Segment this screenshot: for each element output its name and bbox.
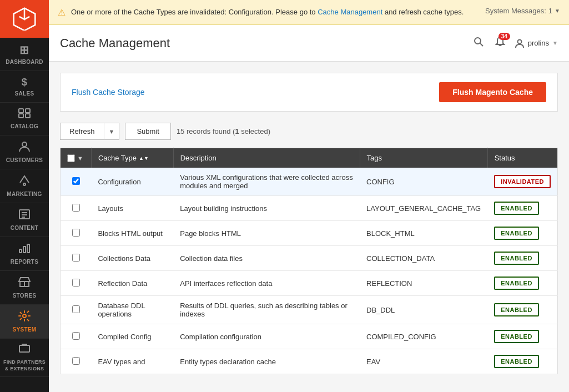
submit-button[interactable]: Submit bbox=[125, 123, 170, 140]
sidebar-item-label: DASHBOARD bbox=[6, 59, 43, 65]
warning-icon: ⚠ bbox=[58, 7, 66, 18]
reports-icon bbox=[18, 243, 31, 257]
sidebar-item-label: STORES bbox=[13, 293, 37, 299]
row-status: INVALIDATED bbox=[487, 168, 557, 196]
table-row: Blocks HTML output Page blocks HTML BLOC… bbox=[61, 221, 558, 246]
table-row: Database DDL operations Results of DDL q… bbox=[61, 296, 558, 324]
sidebar-item-dashboard[interactable]: ⊞ DASHBOARD bbox=[0, 38, 49, 71]
catalog-icon bbox=[18, 108, 31, 121]
page-title: Cache Management bbox=[60, 36, 471, 51]
row-checkbox[interactable] bbox=[72, 305, 80, 313]
sidebar-item-label: CATALOG bbox=[11, 123, 38, 129]
row-description: Collection data files bbox=[173, 246, 360, 271]
row-tags: LAYOUT_GENERAL_CACHE_TAG bbox=[360, 196, 487, 221]
row-checkbox-cell bbox=[61, 271, 92, 296]
alert-text: One or more of the Cache Types are inval… bbox=[71, 7, 480, 18]
content-area: Flush Cache Storage Flush Magento Cache … bbox=[49, 62, 569, 392]
select-all-checkbox[interactable] bbox=[67, 154, 75, 162]
action-bar: Flush Cache Storage Flush Magento Cache bbox=[60, 73, 558, 112]
select-dropdown-button[interactable]: ▼ bbox=[76, 155, 84, 162]
sidebar-item-customers[interactable]: CUSTOMERS bbox=[0, 135, 49, 169]
svg-rect-12 bbox=[23, 247, 26, 253]
sidebar-item-label: SYSTEM bbox=[13, 326, 37, 333]
row-description: Compilation configuration bbox=[173, 324, 360, 349]
th-cache-type: Cache Type ▲▼ bbox=[91, 148, 173, 168]
sidebar-item-catalog[interactable]: CATALOG bbox=[0, 103, 49, 135]
svg-rect-4 bbox=[26, 114, 30, 118]
sidebar-item-content[interactable]: CONTENT bbox=[0, 203, 49, 237]
sidebar-item-system[interactable]: SYSTEM bbox=[0, 305, 49, 339]
row-checkbox[interactable] bbox=[72, 177, 80, 185]
sidebar-item-label: SALES bbox=[15, 91, 34, 97]
svg-rect-11 bbox=[19, 249, 22, 253]
row-tags: COMPILED_CONFIG bbox=[360, 324, 487, 349]
row-cache-type: Blocks HTML output bbox=[91, 221, 173, 246]
row-checkbox[interactable] bbox=[72, 279, 80, 287]
alert-banner: ⚠ One or more of the Cache Types are inv… bbox=[49, 0, 569, 25]
row-description: Entity types declaration cache bbox=[173, 349, 360, 374]
svg-point-18 bbox=[475, 38, 481, 44]
status-badge: ENABLED bbox=[494, 303, 539, 316]
chevron-down-icon: ▼ bbox=[109, 128, 115, 135]
status-badge: ENABLED bbox=[494, 252, 539, 265]
sidebar-logo[interactable] bbox=[0, 0, 49, 38]
row-tags: EAV bbox=[360, 349, 487, 374]
row-checkbox-cell bbox=[61, 324, 92, 349]
row-status: ENABLED bbox=[487, 196, 557, 221]
table-controls: Refresh ▼ Submit 15 records found (1 sel… bbox=[60, 123, 558, 140]
flush-cache-storage-button[interactable]: Flush Cache Storage bbox=[72, 88, 145, 97]
row-checkbox[interactable] bbox=[72, 357, 80, 365]
sidebar-item-stores[interactable]: STORES bbox=[0, 271, 49, 305]
row-checkbox-cell bbox=[61, 296, 92, 324]
row-cache-type: Collections Data bbox=[91, 246, 173, 271]
svg-point-16 bbox=[23, 314, 26, 318]
row-tags: CONFIG bbox=[360, 168, 487, 196]
svg-rect-13 bbox=[27, 244, 29, 253]
user-menu-button[interactable]: prolins ▼ bbox=[515, 38, 558, 48]
row-checkbox[interactable] bbox=[72, 229, 80, 237]
svg-point-20 bbox=[517, 39, 521, 43]
table-row: Reflection Data API interfaces reflectio… bbox=[61, 271, 558, 296]
page-header: Cache Management 34 prol bbox=[49, 25, 569, 62]
sidebar-item-label: REPORTS bbox=[11, 259, 38, 265]
th-description: Description bbox=[173, 148, 360, 168]
row-checkbox[interactable] bbox=[72, 204, 80, 212]
find-partners-icon bbox=[18, 343, 31, 357]
svg-rect-3 bbox=[19, 114, 23, 118]
row-tags: BLOCK_HTML bbox=[360, 221, 487, 246]
th-tags: Tags bbox=[360, 148, 487, 168]
table-row: EAV types and Entity types declaration c… bbox=[61, 349, 558, 374]
cache-management-link[interactable]: Cache Management bbox=[318, 8, 382, 16]
refresh-dropdown-button[interactable]: ▼ bbox=[104, 123, 120, 140]
row-checkbox[interactable] bbox=[72, 332, 80, 340]
system-messages-button[interactable]: System Messages: 1 ▼ bbox=[485, 7, 560, 15]
row-description: Results of DDL queries, such as describi… bbox=[173, 296, 360, 324]
sort-icon: ▲▼ bbox=[139, 155, 149, 161]
row-checkbox-cell bbox=[61, 168, 92, 196]
sidebar-item-sales[interactable]: $ SALES bbox=[0, 71, 49, 103]
sidebar-item-marketing[interactable]: MARKETING bbox=[0, 169, 49, 203]
sidebar-item-label: MARKETING bbox=[7, 191, 42, 197]
row-tags: DB_DDL bbox=[360, 296, 487, 324]
table-row: Configuration Various XML configurations… bbox=[61, 168, 558, 196]
records-info: 15 records found (1 selected) bbox=[177, 127, 270, 135]
row-cache-type: Database DDL operations bbox=[91, 296, 173, 324]
status-badge: ENABLED bbox=[494, 202, 539, 215]
row-status: ENABLED bbox=[487, 246, 557, 271]
row-checkbox-cell bbox=[61, 196, 92, 221]
flush-magento-cache-button[interactable]: Flush Magento Cache bbox=[439, 82, 546, 102]
row-status: ENABLED bbox=[487, 296, 557, 324]
sidebar-item-find-partners[interactable]: FIND PARTNERS & EXTENSIONS bbox=[0, 339, 49, 377]
row-checkbox[interactable] bbox=[72, 254, 80, 262]
search-button[interactable] bbox=[471, 34, 486, 52]
notifications-button[interactable]: 34 bbox=[492, 34, 508, 52]
row-tags: REFLECTION bbox=[360, 271, 487, 296]
sidebar-item-reports[interactable]: REPORTS bbox=[0, 237, 49, 271]
refresh-button[interactable]: Refresh bbox=[60, 123, 104, 140]
row-status: ENABLED bbox=[487, 324, 557, 349]
stores-icon bbox=[18, 277, 31, 290]
row-status: ENABLED bbox=[487, 271, 557, 296]
sidebar: ⊞ DASHBOARD $ SALES CATALOG CUSTOMERS bbox=[0, 0, 49, 392]
refresh-group: Refresh ▼ bbox=[60, 123, 119, 140]
row-checkbox-cell bbox=[61, 221, 92, 246]
